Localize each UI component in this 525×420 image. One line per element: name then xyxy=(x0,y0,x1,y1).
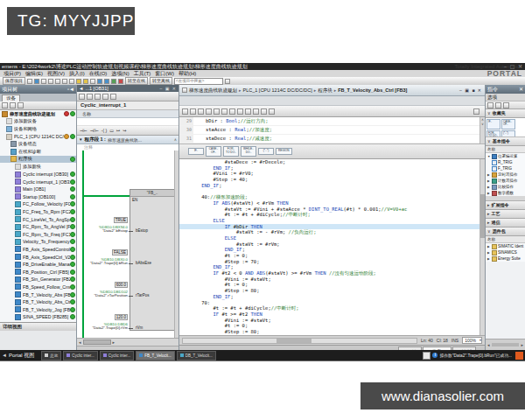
ladder-operand-group[interactable]: TRUE %DB10.DBX94.0 "Data2".bEstop bEstop xyxy=(78,201,172,234)
detail-view-header[interactable]: 详细视图 xyxy=(0,322,76,331)
favorite-snippet-button[interactable]: FOR.. TO DO.. xyxy=(486,130,500,137)
portal-arrow-icon[interactable]: ◄ xyxy=(2,353,7,358)
basic-instructions-header[interactable]: ∨ 基本指令 xyxy=(486,137,525,146)
search-icon[interactable] xyxy=(225,79,230,84)
ladder-horizontal-scrollbar[interactable]: ◂ ▸ xyxy=(77,338,178,346)
instr-tool-icon[interactable] xyxy=(495,102,501,108)
scl-tool-icon[interactable] xyxy=(269,108,275,115)
ladder-symbol-icon[interactable]: ↦ xyxy=(116,128,120,133)
tree-item[interactable]: Cyclic interrupt [OB30] xyxy=(0,171,76,178)
zoom-select[interactable]: 100% xyxy=(462,337,482,344)
ladder-symbol-icon[interactable]: ▭ xyxy=(109,128,114,133)
instr-tool-icon[interactable] xyxy=(503,102,509,108)
ladder-symbol-icon[interactable]: -( ) xyxy=(102,128,107,133)
tree-item[interactable]: 添加新块 xyxy=(0,163,76,171)
tree-item[interactable]: Main [OB1] xyxy=(0,186,76,193)
toolbar-icon[interactable] xyxy=(48,79,53,84)
toolbar-icon[interactable] xyxy=(76,79,81,84)
code-line[interactable]: #Vini := #rV0; xyxy=(179,171,485,177)
scl-tool-icon[interactable] xyxy=(237,108,243,115)
tree-item[interactable]: 梯形速度曲线轨迹规划 xyxy=(0,110,76,118)
code-line[interactable]: #t := 0; xyxy=(179,323,485,329)
tree-item[interactable]: FB_Position_Ctrl [FB5] xyxy=(0,268,76,276)
save-project-button[interactable]: 保存项目 xyxy=(3,77,25,85)
task-button[interactable]: FB_T_Velocit... xyxy=(136,351,175,360)
tree-item[interactable]: FC_Follow_Velocity [FC6] xyxy=(0,200,76,208)
toolbar-icon[interactable] xyxy=(41,79,46,84)
code-line[interactable]: 40://梯形加速阶段; xyxy=(179,194,485,200)
scl-tool-icon[interactable] xyxy=(206,108,212,115)
scl-tool-icon[interactable] xyxy=(190,108,196,115)
favorites-section-header[interactable]: ∨ 收藏夹 xyxy=(486,109,525,118)
code-line[interactable]: #t := 0; xyxy=(179,253,485,259)
package-item[interactable]: ▶ Energy Suite xyxy=(486,256,525,262)
scl-tool-icon[interactable] xyxy=(182,108,188,115)
network-toggle-icon[interactable]: ∧ xyxy=(174,137,177,142)
ladder-tab-label[interactable]: ...1 [OB31] xyxy=(85,86,108,91)
snippet-button[interactable]: CASE.. OF.. xyxy=(206,146,221,156)
breadcrumb-plc[interactable]: PLC_1 [CPU 1214C DC/DC/DC] xyxy=(243,88,312,93)
code-line[interactable]: #Vini := #staVt; xyxy=(179,276,485,283)
ladder-tool-icon[interactable] xyxy=(79,94,85,100)
tree-item[interactable]: 设备和网络 xyxy=(0,125,76,133)
expand-caret-icon[interactable]: ▶ xyxy=(487,186,491,189)
code-line[interactable]: #staVt := #rVm; xyxy=(179,242,485,248)
options-row[interactable]: 选项 xyxy=(486,94,525,102)
scroll-thumb[interactable] xyxy=(83,340,111,345)
menu-item[interactable]: 项目(P) xyxy=(4,70,21,77)
tree-tool-icon[interactable] xyxy=(18,102,24,108)
declaration-table[interactable]: 29 bDir : Bool;//运行方向; 30 staAcce : Real… xyxy=(179,117,485,144)
code-line[interactable]: #Vini := #staVt; xyxy=(179,318,485,324)
task-button[interactable]: Cyclic inter... xyxy=(100,351,135,360)
menu-item[interactable]: 插入(I) xyxy=(69,70,85,77)
tree-item[interactable]: 添加新设备 xyxy=(0,118,76,126)
tree-item[interactable]: FB_Axis_SpeedCtrl_V2 [F... xyxy=(0,253,76,261)
tree-item[interactable]: SINA_SPEED [FB285] xyxy=(0,313,76,321)
code-line[interactable]: ELSE xyxy=(179,235,485,242)
window-controls[interactable]: – ▢ ✕ xyxy=(504,63,523,70)
editor-window-controls[interactable]: – ▣ ■ ✕ xyxy=(459,88,482,93)
tree-item[interactable]: 设备组态 xyxy=(0,140,76,148)
toolbar-icon[interactable] xyxy=(97,79,102,84)
scroll-right-icon[interactable]: ▸ xyxy=(113,340,116,345)
scl-tool-icon[interactable] xyxy=(221,108,228,115)
tree-item[interactable]: FB_T_Velocity_Abs [FB9] xyxy=(0,290,76,298)
tree-item[interactable]: FC_Freq_To_Rpm [FC2] xyxy=(0,208,76,216)
ladder-vertical-scrollbar[interactable] xyxy=(174,150,178,338)
code-line[interactable]: #staVt := - #rVm; //负向运行; xyxy=(179,229,485,235)
code-line[interactable]: ELSE xyxy=(179,218,485,224)
toolbar-icon[interactable] xyxy=(55,79,60,84)
toolbar-icon[interactable] xyxy=(118,79,123,84)
breadcrumb-blocks[interactable]: 程序块 xyxy=(318,88,332,94)
toolbar-icon[interactable] xyxy=(62,79,67,84)
declaration-row[interactable]: 29 bDir : Bool;//运行方向; xyxy=(179,117,485,126)
task-button[interactable]: 总览 xyxy=(41,351,61,360)
panel-pin-icon[interactable]: ▫◄ xyxy=(67,85,74,94)
tree-item[interactable]: 在线和诊断 xyxy=(0,148,76,156)
snippet-button[interactable]: (*..*) xyxy=(258,148,274,155)
task-button[interactable]: Cyclic inter... xyxy=(63,351,98,360)
back-arrow-icon[interactable]: ◄ xyxy=(79,86,83,91)
scl-tool-icon[interactable] xyxy=(229,108,235,115)
ladder-tool-icon[interactable] xyxy=(110,94,116,100)
collapsed-section-header[interactable]: ▸ 扩展指令 xyxy=(486,201,525,210)
code-line[interactable]: IF #t2 < 0 AND ABS(#staVt) >= #rVm THEN … xyxy=(179,270,485,276)
layout-grid-icon[interactable] xyxy=(473,108,480,115)
code-line[interactable]: #t := 0; xyxy=(179,282,485,288)
instruction-item[interactable]: ▶ 数学函数 xyxy=(486,190,525,196)
package-item[interactable]: ▶ SIMATIC Ident xyxy=(486,243,525,249)
scl-tool-icon[interactable] xyxy=(198,108,204,115)
scl-tool-icon[interactable] xyxy=(253,108,259,115)
tree-item[interactable]: PLC_1 [CPU 1214C DC/DC/DC] xyxy=(0,133,76,141)
tree-tool-icon[interactable] xyxy=(2,102,8,108)
network-comment[interactable]: 注释 xyxy=(77,144,178,150)
instruction-item[interactable]: R_TRIG xyxy=(486,159,525,165)
instruction-item[interactable]: F_TRIG xyxy=(486,165,525,172)
go-online-button[interactable]: 转至在线 xyxy=(125,77,148,85)
go-offline-button[interactable]: 转至离线 xyxy=(150,77,172,85)
code-line[interactable] xyxy=(179,188,485,194)
expand-caret-icon[interactable]: ▶ xyxy=(487,251,491,255)
collapsed-section-header[interactable]: ▸ 通信 xyxy=(486,219,525,228)
ladder-window-controls[interactable]: – ▣ ✕ xyxy=(160,86,177,91)
menu-item[interactable]: 窗口(W) xyxy=(155,70,174,77)
